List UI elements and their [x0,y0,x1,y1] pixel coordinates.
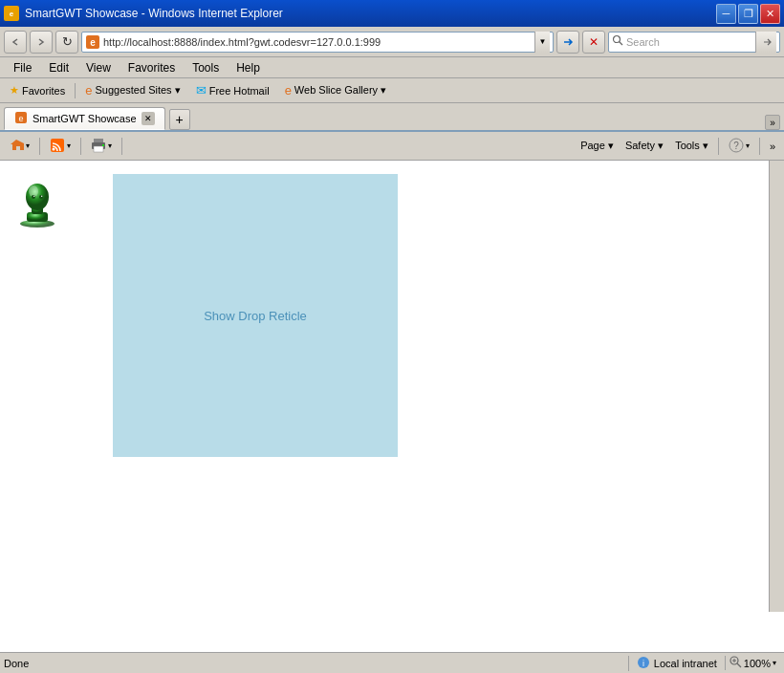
menu-file[interactable]: File [6,59,39,76]
address-text: http://localhost:8888/index.html?gwt.cod… [103,36,534,48]
tab-label: SmartGWT Showcase [33,113,137,124]
minimize-button[interactable]: ─ [716,4,736,24]
title-bar: e SmartGWT Showcase - Windows Internet E… [0,0,784,27]
active-tab[interactable]: e SmartGWT Showcase ✕ [4,107,165,130]
menu-edit[interactable]: Edit [41,59,76,76]
suggested-sites-label: Suggested Sites ▾ [95,84,180,97]
nav-bar: ↻ e http://localhost:8888/index.html?gwt… [0,27,784,57]
page-label: Page ▾ [580,140,614,152]
tools-toolbar-button[interactable]: Tools ▾ [670,138,713,154]
search-go-button[interactable] [755,32,776,53]
tab-favicon: e [14,111,28,126]
window-controls: ─ ❐ ✕ [716,4,780,24]
safety-button[interactable]: Safety ▾ [621,138,668,154]
menu-tools[interactable]: Tools [185,59,227,76]
address-dropdown[interactable]: ▼ [534,32,550,53]
web-slice-label: Web Slice Gallery ▾ [294,84,386,97]
command-toolbar: ▾ ▾ ▾ Page ▾ Safet [0,132,784,161]
drop-target-label: Show Drop Reticle [204,309,307,323]
search-container: Search [608,32,780,53]
address-bar-icon: e [85,34,100,50]
app-icon: e [4,6,19,21]
menu-help[interactable]: Help [229,59,268,76]
favorites-button[interactable]: ★ Favorites [4,82,71,98]
page-button[interactable]: Page ▾ [576,138,619,154]
new-tab-button[interactable]: + [169,109,190,130]
rss-button[interactable]: ▾ [45,136,76,157]
back-button[interactable] [4,31,27,54]
tab-bar: e SmartGWT Showcase ✕ + » [0,103,784,132]
go-button[interactable] [556,31,579,54]
ie-icon-small: e [85,83,92,98]
svg-point-19 [26,184,49,210]
svg-point-9 [53,147,55,150]
web-slice-gallery[interactable]: e Web Slice Gallery ▾ [279,81,393,99]
forward-button[interactable] [30,31,53,54]
svg-line-5 [620,42,623,46]
svg-point-21 [32,195,35,199]
toolbar-sep-4 [718,138,719,155]
menu-view[interactable]: View [78,59,119,76]
chess-piece [17,178,57,228]
home-chevron: ▾ [26,141,30,150]
rss-chevron: ▾ [67,141,71,150]
favorites-label: Favorites [22,85,65,97]
free-hotmail[interactable]: ✉ Free Hotmail [190,81,275,99]
rss-icon [50,138,65,155]
stop-button[interactable]: ✕ [582,31,605,54]
more-icon: » [770,141,775,152]
svg-point-23 [33,196,34,197]
toolbar-expand-button[interactable]: » [765,115,780,130]
menu-favorites[interactable]: Favorites [120,59,183,76]
print-button[interactable]: ▾ [86,136,117,157]
fav-separator [75,83,76,98]
title-bar-text: SmartGWT Showcase - Windows Internet Exp… [25,7,716,20]
tab-close-button[interactable]: ✕ [142,112,155,125]
restore-button[interactable]: ❐ [738,4,758,24]
help-button[interactable]: ? ▾ [724,136,754,157]
main-content: Show Drop Reticle [0,161,784,612]
web-slice-icon: e [285,83,292,98]
home-button[interactable]: ▾ [4,136,34,157]
print-chevron: ▾ [108,141,112,150]
toolbar-sep-3 [121,138,122,155]
toolbar-sep-2 [80,138,81,155]
free-hotmail-label: Free Hotmail [209,85,270,97]
refresh-button[interactable]: ↻ [55,31,78,54]
svg-text:e: e [18,114,23,123]
safety-label: Safety ▾ [625,140,664,152]
home-icon [9,138,24,155]
toolbar-more-button[interactable]: » [765,139,780,154]
suggested-sites[interactable]: e Suggested Sites ▾ [79,81,185,99]
toolbar-sep-1 [39,138,40,155]
svg-point-4 [614,36,621,43]
favorites-bar: ★ Favorites e Suggested Sites ▾ ✉ Free H… [0,78,784,103]
svg-point-22 [39,195,43,199]
drop-target-zone[interactable]: Show Drop Reticle [113,174,398,457]
help-chevron: ▾ [746,141,750,150]
svg-text:e: e [10,10,14,18]
close-button[interactable]: ✕ [760,4,780,24]
star-icon: ★ [10,84,19,97]
print-icon [91,138,106,155]
toolbar-sep-5 [759,138,760,155]
tools-toolbar-label: Tools ▾ [675,140,708,152]
svg-point-13 [102,144,104,146]
svg-text:e: e [90,37,96,48]
svg-point-24 [41,196,42,197]
search-placeholder[interactable]: Search [626,36,755,48]
svg-rect-12 [94,146,103,152]
search-ie-icon [612,34,623,49]
svg-text:?: ? [733,141,739,151]
menu-bar: File Edit View Favorites Tools Help [0,57,784,78]
hotmail-icon: ✉ [196,83,207,98]
help-icon: ? [729,138,744,155]
toolbar-right: Page ▾ Safety ▾ Tools ▾ ? ▾ » [576,136,780,157]
address-bar[interactable]: e http://localhost:8888/index.html?gwt.c… [81,32,554,53]
scrollbar[interactable] [769,161,784,612]
